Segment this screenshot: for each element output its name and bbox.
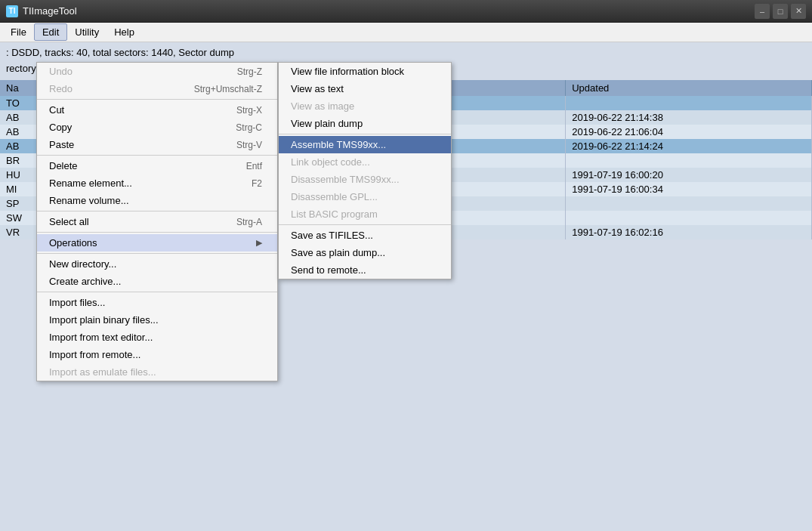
menu-edit[interactable]: Edit: [34, 23, 67, 41]
edit-menu-item-rename_volume[interactable]: Rename volume...: [37, 192, 277, 209]
edit-menu-item-import_text[interactable]: Import from text editor...: [37, 329, 277, 346]
operations-menu-item-save_plain_dump[interactable]: Save as plain dump...: [279, 244, 451, 261]
edit-menu-item-copy[interactable]: CopyStrg-C: [37, 119, 277, 136]
edit-menu-item-select_all[interactable]: Select allStrg-A: [37, 213, 277, 230]
menu-item-label: Redo: [49, 83, 73, 94]
operations-menu-item-disassemble_tms: Disassemble TMS99xx...: [279, 171, 451, 188]
menu-shortcut: Strg-Z: [237, 66, 262, 77]
menu-shortcut: Strg-V: [236, 140, 262, 150]
menu-separator: [37, 99, 277, 100]
menu-file[interactable]: File: [3, 24, 34, 40]
main-content: : DSDD, tracks: 40, total sectors: 1440,…: [0, 42, 812, 531]
edit-menu-item-import_remote[interactable]: Import from remote...: [37, 346, 277, 363]
submenu-arrow-icon: ▶: [256, 238, 262, 248]
submenu-item-label: Send to remote...: [291, 264, 366, 276]
operations-menu-item-save_tifiles[interactable]: Save as TIFILES...: [279, 227, 451, 244]
operations-menu-item-assemble_tms[interactable]: Assemble TMS99xx...: [279, 136, 451, 153]
edit-menu-dropdown: UndoStrg-ZRedoStrg+Umschalt-ZCutStrg-XCo…: [36, 62, 278, 381]
menu-item-label: Cut: [49, 104, 64, 116]
menu-item-label: Rename element...: [49, 178, 132, 189]
menu-item-label: Import files...: [49, 297, 105, 308]
edit-menu-item-import_files[interactable]: Import files...: [37, 294, 277, 311]
menu-shortcut: Strg+Umschalt-Z: [194, 84, 262, 94]
title-bar: TI TIImageTool – □ ✕: [0, 0, 812, 23]
edit-menu-item-create_archive[interactable]: Create archive...: [37, 273, 277, 290]
edit-menu-item-undo: UndoStrg-Z: [37, 63, 277, 80]
submenu-item-label: Disassemble GPL...: [291, 191, 378, 202]
submenu-item-label: View as image: [291, 100, 354, 112]
menu-item-label: Create archive...: [49, 276, 121, 287]
menu-item-label: Delete: [49, 160, 78, 171]
operations-menu-item-view_file_info[interactable]: View file information block: [279, 63, 451, 80]
menu-item-label: Import plain binary files...: [49, 314, 159, 326]
submenu-item-label: Save as TIFILES...: [291, 230, 373, 241]
edit-menu-item-new_directory[interactable]: New directory...: [37, 255, 277, 273]
edit-menu-item-redo: RedoStrg+Umschalt-Z: [37, 80, 277, 97]
operations-menu-item-view_text[interactable]: View as text: [279, 80, 451, 97]
menu-item-label: Import from remote...: [49, 349, 140, 360]
menu-item-label: Import from text editor...: [49, 332, 153, 343]
operations-menu-item-disassemble_gpl: Disassemble GPL...: [279, 188, 451, 205]
menu-item-label: Undo: [49, 66, 73, 77]
menu-separator: [37, 211, 277, 211]
menu-utility[interactable]: Utility: [67, 24, 107, 40]
submenu-separator: [279, 134, 451, 134]
submenu-item-label: List BASIC program: [291, 208, 378, 220]
info-line1: : DSDD, tracks: 40, total sectors: 1440,…: [6, 45, 806, 61]
submenu-item-label: View file information block: [291, 66, 404, 77]
menu-item-label: Copy: [49, 122, 72, 133]
app-icon: TI: [6, 5, 18, 17]
menu-help[interactable]: Help: [107, 24, 142, 40]
edit-menu-item-rename_element[interactable]: Rename element...F2: [37, 174, 277, 192]
minimize-button[interactable]: –: [755, 4, 770, 19]
operations-menu-item-link_object: Link object code...: [279, 153, 451, 171]
edit-menu-item-delete[interactable]: DeleteEntf: [37, 157, 277, 174]
submenu-item-label: Save as plain dump...: [291, 247, 385, 258]
menu-item-label: Import as emulate files...: [49, 366, 156, 378]
menu-shortcut: Strg-C: [236, 122, 262, 133]
operations-menu-item-view_plain_dump[interactable]: View plain dump: [279, 115, 451, 132]
menu-shortcut: F2: [252, 178, 262, 189]
title-bar-controls: – □ ✕: [755, 4, 806, 19]
menu-separator: [37, 253, 277, 254]
menu-separator: [37, 232, 277, 233]
submenu-item-label: View plain dump: [291, 118, 363, 129]
menu-shortcut: Entf: [246, 161, 262, 171]
title-bar-left: TI TIImageTool: [6, 5, 77, 17]
edit-menu-item-paste[interactable]: PasteStrg-V: [37, 136, 277, 153]
menu-item-label: Select all: [49, 216, 89, 227]
submenu-item-label: Assemble TMS99xx...: [291, 139, 386, 150]
menu-shortcut: Strg-A: [236, 217, 262, 227]
edit-menu-item-operations[interactable]: Operations▶: [37, 234, 277, 252]
edit-menu-item-import_plain[interactable]: Import plain binary files...: [37, 311, 277, 329]
maximize-button[interactable]: □: [773, 4, 788, 19]
menu-separator: [37, 292, 277, 292]
operations-menu-item-send_remote[interactable]: Send to remote...: [279, 261, 451, 279]
menu-item-label: Paste: [49, 139, 74, 150]
submenu-separator: [279, 224, 451, 225]
menu-bar: File Edit Utility Help: [0, 23, 812, 42]
menu-item-label: Operations: [49, 237, 97, 249]
menu-separator: [37, 155, 277, 156]
close-button[interactable]: ✕: [791, 4, 806, 19]
edit-menu-item-import_emulate: Import as emulate files...: [37, 363, 277, 381]
submenu-item-label: Link object code...: [291, 156, 370, 168]
operations-menu-item-view_image: View as image: [279, 97, 451, 115]
operations-submenu-dropdown: View file information blockView as textV…: [278, 62, 452, 279]
window-title: TIImageTool: [23, 5, 77, 17]
menu-shortcut: Strg-X: [236, 105, 262, 116]
edit-menu-item-cut[interactable]: CutStrg-X: [37, 101, 277, 119]
submenu-item-label: View as text: [291, 83, 344, 94]
menu-item-label: New directory...: [49, 258, 116, 270]
submenu-item-label: Disassemble TMS99xx...: [291, 174, 400, 185]
col-updated: Updated: [566, 80, 812, 96]
operations-menu-item-list_basic: List BASIC program: [279, 205, 451, 223]
menu-item-label: Rename volume...: [49, 195, 129, 206]
